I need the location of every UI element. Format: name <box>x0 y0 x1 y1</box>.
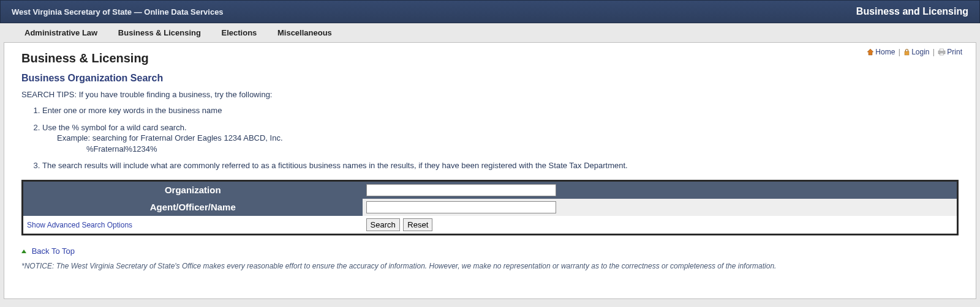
agent-label: Agent/Officer/Name <box>23 199 363 216</box>
search-button[interactable] <box>366 218 400 231</box>
organization-input[interactable] <box>366 184 556 196</box>
home-icon <box>867 48 874 57</box>
main-content: Home | Login | Print Business & Licensin… <box>4 42 976 299</box>
page-title: Business & Licensing <box>21 51 959 65</box>
svg-rect-3 <box>940 49 944 51</box>
reset-button[interactable] <box>403 218 432 231</box>
top-banner: West Virginia Secretary of State — Onlin… <box>0 0 980 23</box>
back-to-top-link[interactable]: Back To Top <box>32 246 75 256</box>
arrow-up-icon <box>21 250 26 253</box>
separator: | <box>899 48 900 56</box>
site-title: West Virginia Secretary of State — Onlin… <box>12 7 224 17</box>
tip-3: The search results will include what are… <box>42 160 959 171</box>
svg-rect-1 <box>905 51 909 55</box>
section-title: Business and Licensing <box>856 6 968 17</box>
organization-cell <box>363 180 958 199</box>
page-subtitle: Business Organization Search <box>21 73 959 84</box>
tip-2-line2: Example: searching for Fraternal Order E… <box>57 133 959 144</box>
print-link[interactable]: Print <box>947 48 962 56</box>
separator: | <box>933 48 935 56</box>
print-icon <box>938 48 946 57</box>
notice-text: *NOTICE: The West Virginia Secretary of … <box>21 262 959 270</box>
svg-rect-4 <box>940 53 944 55</box>
menu-item-elections[interactable]: Elections <box>222 28 257 37</box>
login-link[interactable]: Login <box>911 48 929 56</box>
tip-2-line1: Use the % symbol for a wild card search. <box>42 123 187 132</box>
menu-item-business-licensing[interactable]: Business & Licensing <box>118 28 201 37</box>
tip-1: Enter one or more key words in the busin… <box>42 105 959 116</box>
agent-input[interactable] <box>366 201 556 213</box>
main-menu: Administrative Law Business & Licensing … <box>0 23 980 42</box>
advanced-search-link[interactable]: Show Advanced Search Options <box>27 221 132 229</box>
agent-cell <box>363 199 958 216</box>
home-link[interactable]: Home <box>875 48 895 56</box>
buttons-cell <box>363 216 958 235</box>
tip-2-line3: %Fraternal%1234% <box>86 144 959 155</box>
advanced-cell: Show Advanced Search Options <box>23 216 363 235</box>
search-tips-intro: SEARCH TIPS: If you have trouble finding… <box>21 90 959 99</box>
menu-item-admin-law[interactable]: Administrative Law <box>24 28 97 37</box>
organization-label: Organization <box>23 180 363 199</box>
back-to-top: Back To Top <box>21 246 959 256</box>
lock-icon <box>903 48 910 57</box>
menu-item-miscellaneous[interactable]: Miscellaneous <box>277 28 332 37</box>
svg-marker-0 <box>867 49 873 55</box>
search-form-table: Organization Agent/Officer/Name Show Adv… <box>21 180 959 235</box>
utility-links: Home | Login | Print <box>867 48 962 57</box>
tip-2: Use the % symbol for a wild card search.… <box>42 122 959 155</box>
search-tips-list: Enter one or more key words in the busin… <box>42 105 959 171</box>
